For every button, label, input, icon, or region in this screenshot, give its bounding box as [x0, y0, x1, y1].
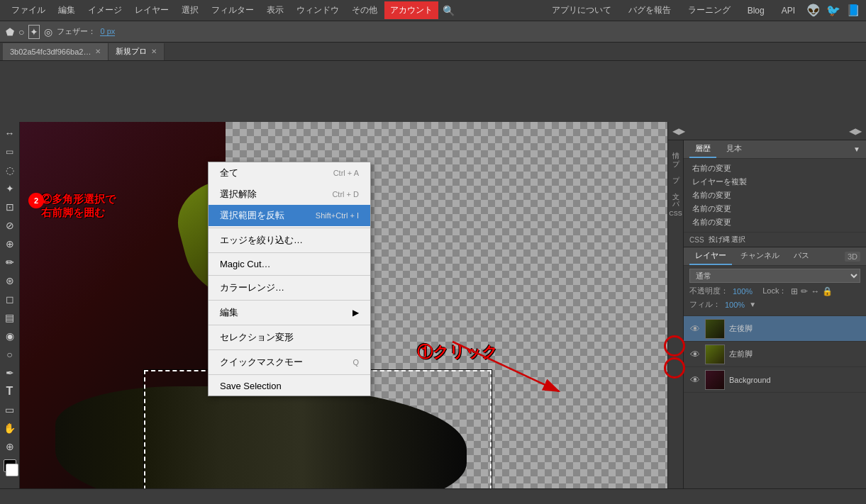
- search-icon[interactable]: 🔍: [443, 5, 455, 16]
- menu-image[interactable]: イメージ: [82, 1, 128, 19]
- menu-bar: ファイル 編集 イメージ レイヤー 選択 フィルター 表示 ウィンドウ その他 …: [0, 0, 866, 21]
- gradient-tool[interactable]: ▤: [1, 309, 18, 326]
- side-label-css: CSS: [669, 208, 682, 219]
- blend-mode-select[interactable]: 通常: [689, 269, 860, 283]
- tab-paths[interactable]: パス: [788, 247, 815, 265]
- tab-sample[interactable]: 見本: [721, 140, 748, 158]
- tools-panel: ↔ ▭ ◌ ✦ ⊡ ⊘ ⊕ ✏ ⊛ ◻ ▤ ◉ ○ ✒ T ▭ ✋ ⊕: [0, 122, 20, 504]
- tab-history[interactable]: 層歴: [689, 140, 716, 158]
- menu-quickmask-shortcut: Q: [352, 358, 359, 366]
- dodge-tool[interactable]: ○: [1, 346, 18, 363]
- expand-left-icon[interactable]: ◀▶: [672, 126, 685, 136]
- menu-invert-selection[interactable]: 選択範囲を反転 Shift+Ctrl + I: [209, 205, 370, 226]
- menu-save-selection-label: Save Selection: [220, 381, 282, 391]
- css-value[interactable]: 投げ縄 選択: [709, 235, 746, 245]
- tab-channels[interactable]: チャンネル: [735, 247, 785, 265]
- menu-edit[interactable]: 編集: [52, 1, 81, 19]
- eyedropper-tool[interactable]: ⊘: [1, 217, 18, 234]
- menu-invert-label: 選択範囲を反転: [220, 209, 284, 222]
- text-tool[interactable]: T: [1, 383, 18, 400]
- layer-eye-1[interactable]: 👁: [689, 349, 701, 360]
- color-bg[interactable]: [6, 464, 18, 476]
- tab-1-close[interactable]: ✕: [95, 47, 101, 55]
- menu-api[interactable]: API: [776, 3, 801, 18]
- layer-item-0[interactable]: 👁 左後脚: [684, 316, 866, 342]
- menu-window[interactable]: ウィンドウ: [291, 1, 345, 19]
- menu-select[interactable]: 選択: [176, 1, 204, 19]
- menu-refine-edge[interactable]: エッジを絞り込む…: [209, 230, 370, 251]
- menu-file[interactable]: ファイル: [6, 1, 51, 19]
- crop-tool[interactable]: ⊡: [1, 198, 18, 215]
- shape-tool[interactable]: ▭: [1, 401, 18, 418]
- sep3: [209, 275, 370, 276]
- menu-save-selection[interactable]: Save Selection: [209, 376, 370, 396]
- menu-about[interactable]: アプリについて: [546, 1, 617, 19]
- menu-quickmask[interactable]: クイックマスクモー Q: [209, 352, 370, 373]
- layers-panel: レイヤー チャンネル パス 3D 通常: [684, 247, 866, 504]
- twitter-icon[interactable]: 🐦: [826, 4, 840, 17]
- tab-bar: 3b02a54fc3df966ba2… ✕ 新規プロ ✕: [0, 43, 866, 61]
- history-item-2[interactable]: 名前の変更: [689, 189, 860, 202]
- panel-collapse-btn[interactable]: ▼: [853, 145, 860, 153]
- move-tool[interactable]: ↔: [1, 125, 18, 142]
- expand-right-icon[interactable]: ◀▶: [849, 126, 862, 136]
- menu-color-range[interactable]: カラーレンジ…: [209, 277, 370, 298]
- brush-tool[interactable]: ✏: [1, 254, 18, 271]
- heal-tool[interactable]: ⊕: [1, 235, 18, 252]
- side-label-text[interactable]: 文: [671, 183, 681, 191]
- menu-blog[interactable]: Blog: [742, 3, 770, 18]
- menu-transform-selection[interactable]: セレクション変形: [209, 327, 370, 348]
- lock-move-icon[interactable]: ↔: [811, 286, 819, 296]
- tab-1[interactable]: 3b02a54fc3df966ba2… ✕: [3, 43, 109, 60]
- menu-bug[interactable]: バグを報告: [623, 1, 677, 19]
- feather-value[interactable]: 0 px: [100, 27, 115, 36]
- layer-item-2[interactable]: 👁 Background: [684, 367, 866, 393]
- hand-tool[interactable]: ✋: [1, 420, 18, 437]
- history-item-3[interactable]: 名前の変更: [689, 202, 860, 215]
- magic-wand-tool[interactable]: ✦: [1, 180, 18, 197]
- lock-brush-icon[interactable]: ✏: [801, 286, 808, 296]
- menu-layer[interactable]: レイヤー: [129, 1, 174, 19]
- blur-tool[interactable]: ◉: [1, 327, 18, 345]
- tab-layers[interactable]: レイヤー: [689, 247, 732, 265]
- history-item-1[interactable]: レイヤーを複製: [689, 175, 860, 189]
- menu-select-all[interactable]: 全て Ctrl + A: [209, 162, 370, 184]
- lock-all-icon[interactable]: 🔒: [822, 286, 833, 296]
- pen-tool[interactable]: ✒: [1, 364, 18, 381]
- clone-tool[interactable]: ⊛: [1, 272, 18, 289]
- side-label-para[interactable]: パ: [671, 191, 681, 208]
- fill-value[interactable]: 100%: [725, 301, 745, 309]
- side-label-info[interactable]: 情: [671, 142, 681, 150]
- menu-view[interactable]: 表示: [261, 1, 289, 19]
- menu-magic-cut[interactable]: Magic Cut…: [209, 254, 370, 274]
- menu-deselect[interactable]: 選択解除 Ctrl + D: [209, 184, 370, 205]
- reddit-icon[interactable]: 👽: [806, 4, 821, 17]
- layer-eye-0[interactable]: 👁: [689, 323, 701, 335]
- selection-rect-tool[interactable]: ▭: [1, 143, 18, 160]
- lasso-tool[interactable]: ◌: [1, 162, 18, 179]
- fill-dropdown-icon[interactable]: ▼: [749, 301, 756, 308]
- layer-item-1[interactable]: 👁 左前脚: [684, 342, 866, 367]
- menu-filter[interactable]: フィルター: [206, 1, 260, 19]
- zoom-tool[interactable]: ⊕: [1, 438, 18, 455]
- history-item-0[interactable]: 右前の変更: [689, 162, 860, 175]
- facebook-icon[interactable]: 📘: [846, 4, 860, 17]
- menu-account[interactable]: アカウント: [384, 1, 438, 19]
- lock-transparent-icon[interactable]: ⊞: [791, 286, 798, 296]
- layer-eye-2[interactable]: 👁: [689, 374, 701, 386]
- side-label-prop2[interactable]: プ: [671, 167, 681, 183]
- history-item-4[interactable]: 名前の変更: [689, 215, 860, 229]
- menu-select-all-label: 全て: [220, 167, 238, 179]
- opacity-value[interactable]: 100%: [733, 287, 753, 296]
- opacity-label: 不透明度：: [689, 286, 728, 296]
- tab-2-close[interactable]: ✕: [151, 47, 157, 55]
- sep2: [209, 252, 370, 253]
- tab-2[interactable]: 新規プロ ✕: [109, 43, 165, 60]
- side-label-prop[interactable]: プ: [671, 150, 681, 167]
- canvas-area[interactable]: ②多角形選択で 右前脚を囲む ③クリック 2 3 ①クリック: [20, 122, 667, 504]
- menu-edit-submenu[interactable]: 編集 ▶: [209, 302, 370, 323]
- badge-3d[interactable]: 3D: [845, 252, 860, 262]
- menu-other[interactable]: その他: [346, 1, 383, 19]
- menu-learning[interactable]: ラーニング: [682, 1, 736, 19]
- eraser-tool[interactable]: ◻: [1, 291, 18, 308]
